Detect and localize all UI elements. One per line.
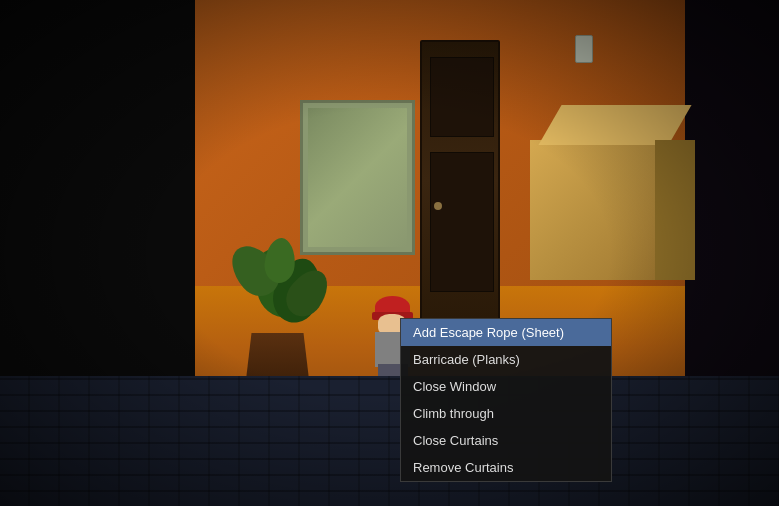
crate [530,140,660,280]
crate-side [655,140,695,280]
window-frame [300,100,415,255]
context-menu: Add Escape Rope (Sheet) Barricade (Plank… [400,318,612,482]
crate-top [538,105,691,145]
window-inner [308,108,407,247]
menu-item-climb-through[interactable]: Climb through [401,400,611,427]
plant-pot [245,333,310,388]
door-panel-bottom [430,152,494,292]
menu-item-close-window[interactable]: Close Window [401,373,611,400]
dark-left-area [0,0,200,506]
door-knob [434,202,442,210]
door-panel-top [430,57,494,137]
light-switch [575,35,593,63]
game-canvas: Add Escape Rope (Sheet) Barricade (Plank… [0,0,779,506]
menu-item-add-escape-rope[interactable]: Add Escape Rope (Sheet) [401,319,611,346]
menu-item-close-curtains[interactable]: Close Curtains [401,427,611,454]
menu-item-barricade[interactable]: Barricade (Planks) [401,346,611,373]
door [420,40,500,320]
menu-item-remove-curtains[interactable]: Remove Curtains [401,454,611,481]
plant-leaves [220,238,340,338]
